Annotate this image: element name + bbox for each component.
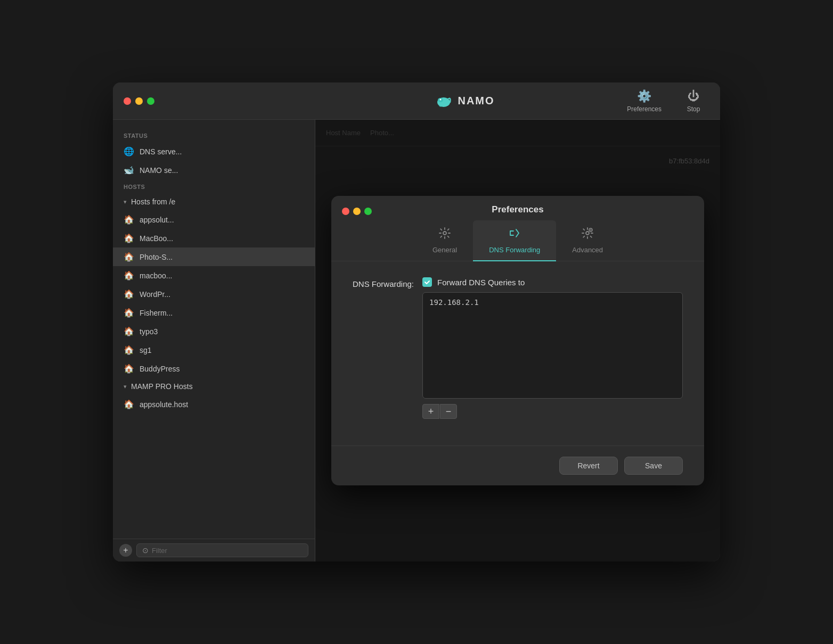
dns-remove-button[interactable]: − bbox=[440, 404, 457, 419]
app-window: NAMO ⚙️ Preferences ⏻ Stop STATUS 🌐 DNS … bbox=[113, 82, 720, 562]
macbook2-icon: 🏠 bbox=[124, 270, 134, 280]
dns-forwarding-label: DNS Forwarding: bbox=[353, 277, 414, 288]
dns-forwarding-checkbox[interactable] bbox=[422, 277, 432, 287]
sidebar-item-namo-service[interactable]: 🐋 NAMO se... bbox=[113, 161, 315, 179]
stop-label: Stop bbox=[687, 105, 700, 113]
tab-advanced[interactable]: Advanced bbox=[556, 220, 619, 261]
tab-general[interactable]: General bbox=[416, 220, 473, 261]
namo-service-icon: 🐋 bbox=[124, 165, 134, 175]
sidebar-item-photo-s[interactable]: 🏠 Photo-S... bbox=[113, 247, 315, 266]
dialog-close-button[interactable] bbox=[342, 208, 349, 215]
checkmark-icon bbox=[424, 279, 430, 285]
advanced-tab-label: Advanced bbox=[572, 246, 603, 254]
filter-icon: ⊙ bbox=[142, 546, 149, 555]
sidebar-add-button[interactable]: + bbox=[119, 544, 132, 557]
buddypress-label: BuddyPress bbox=[140, 365, 179, 373]
preferences-toolbar-item[interactable]: ⚙️ Preferences bbox=[627, 89, 662, 113]
title-bar-right: ⚙️ Preferences ⏻ Stop bbox=[603, 89, 709, 113]
dns-forwarding-row: DNS Forwarding: Forward DNS Queries to bbox=[353, 277, 683, 419]
title-bar: NAMO ⚙️ Preferences ⏻ Stop bbox=[113, 82, 720, 120]
sidebar-item-typo3[interactable]: 🏠 typo3 bbox=[113, 322, 315, 341]
appsolute-label: appsolut... bbox=[140, 216, 174, 224]
sidebar-footer: + ⊙ Filter bbox=[113, 539, 315, 562]
wordpress-icon: 🏠 bbox=[124, 289, 134, 299]
hosts-group2-label: MAMP PRO Hosts bbox=[131, 382, 193, 391]
sidebar-item-buddypress[interactable]: 🏠 BuddyPress bbox=[113, 359, 315, 378]
macbook-label: MacBoo... bbox=[140, 234, 173, 243]
close-button[interactable] bbox=[124, 97, 131, 105]
dns-server-label: DNS serve... bbox=[140, 147, 182, 156]
stop-toolbar-item[interactable]: ⏻ Stop bbox=[677, 89, 709, 113]
general-tab-icon bbox=[438, 227, 451, 243]
title-bar-left bbox=[124, 97, 326, 105]
typo3-icon: 🏠 bbox=[124, 326, 134, 336]
macbook-icon: 🏠 bbox=[124, 233, 134, 243]
dialog-title: Preferences bbox=[342, 204, 693, 220]
hosts-group1-label: Hosts from /e bbox=[131, 197, 175, 206]
app-logo bbox=[434, 92, 453, 111]
sidebar-item-macbook[interactable]: 🏠 MacBoo... bbox=[113, 229, 315, 247]
dialog-body: DNS Forwarding: Forward DNS Queries to bbox=[331, 261, 704, 445]
hosts-section-label: HOSTS bbox=[113, 179, 315, 193]
save-button[interactable]: Save bbox=[624, 457, 683, 475]
sidebar-item-sg1[interactable]: 🏠 sg1 bbox=[113, 341, 315, 359]
fisherman-label: Fisherm... bbox=[140, 309, 173, 317]
dns-forwarding-tab-label: DNS Forwarding bbox=[489, 246, 540, 254]
sidebar-item-wordpress[interactable]: 🏠 WordPr... bbox=[113, 285, 315, 303]
sidebar-item-dns-server[interactable]: 🌐 DNS serve... bbox=[113, 142, 315, 161]
dialog-overlay: Preferences General bbox=[315, 120, 720, 562]
dns-forwarding-tab-icon bbox=[508, 227, 521, 243]
sg1-label: sg1 bbox=[140, 346, 152, 354]
photo-s-label: Photo-S... bbox=[140, 253, 173, 261]
minimize-button[interactable] bbox=[135, 97, 143, 105]
dns-remove-icon: − bbox=[446, 406, 452, 417]
main-content: Host Name Photo... b7:fb53:8d4d bbox=[315, 120, 720, 562]
dns-checkbox-label: Forward DNS Queries to bbox=[437, 278, 525, 287]
dialog-maximize-button[interactable] bbox=[364, 208, 372, 215]
buddypress-icon: 🏠 bbox=[124, 364, 134, 374]
filter-placeholder[interactable]: Filter bbox=[152, 547, 167, 555]
sidebar-item-macbook2[interactable]: 🏠 macboo... bbox=[113, 266, 315, 285]
dialog-tabs: General DNS Forwarding bbox=[331, 220, 704, 261]
dns-textarea[interactable]: 192.168.2.1 bbox=[422, 292, 683, 399]
tab-dns-forwarding[interactable]: DNS Forwarding bbox=[473, 220, 556, 261]
namo-service-label: NAMO se... bbox=[140, 166, 178, 175]
sg1-icon: 🏠 bbox=[124, 345, 134, 355]
dns-add-icon: + bbox=[428, 406, 434, 417]
preferences-label: Preferences bbox=[627, 105, 662, 113]
title-bar-center: NAMO bbox=[326, 92, 603, 111]
traffic-lights bbox=[124, 97, 154, 105]
sidebar: STATUS 🌐 DNS serve... 🐋 NAMO se... HOSTS… bbox=[113, 120, 315, 562]
preferences-dialog: Preferences General bbox=[331, 196, 704, 485]
appsolute-icon: 🏠 bbox=[124, 214, 134, 225]
sidebar-item-appsolute-host[interactable]: 🏠 appsolute.host bbox=[113, 395, 315, 414]
sidebar-content: STATUS 🌐 DNS serve... 🐋 NAMO se... HOSTS… bbox=[113, 120, 315, 539]
stop-icon: ⏻ bbox=[688, 89, 699, 103]
macbook2-label: macboo... bbox=[140, 271, 172, 280]
dns-forwarding-right: Forward DNS Queries to 192.168.2.1 + − bbox=[422, 277, 683, 419]
dns-add-button[interactable]: + bbox=[422, 404, 439, 419]
hosts-group2-header[interactable]: ▾ MAMP PRO Hosts bbox=[113, 378, 315, 395]
wordpress-label: WordPr... bbox=[140, 290, 170, 299]
revert-button[interactable]: Revert bbox=[559, 457, 618, 475]
sidebar-add-icon: + bbox=[123, 546, 128, 555]
typo3-label: typo3 bbox=[140, 327, 158, 336]
checkbox-row: Forward DNS Queries to bbox=[422, 277, 683, 287]
svg-point-2 bbox=[440, 98, 442, 100]
app-body: STATUS 🌐 DNS serve... 🐋 NAMO se... HOSTS… bbox=[113, 120, 720, 562]
dns-controls: + − bbox=[422, 404, 683, 419]
status-section-label: STATUS bbox=[113, 128, 315, 142]
dialog-minimize-button[interactable] bbox=[353, 208, 361, 215]
photo-s-icon: 🏠 bbox=[124, 252, 134, 262]
maximize-button[interactable] bbox=[147, 97, 154, 105]
general-tab-label: General bbox=[432, 246, 457, 254]
appsolute-host-label: appsolute.host bbox=[140, 400, 188, 409]
app-name-label: NAMO bbox=[458, 95, 494, 107]
hosts-group2-chevron: ▾ bbox=[124, 383, 127, 390]
sidebar-item-fisherman[interactable]: 🏠 Fisherm... bbox=[113, 303, 315, 322]
svg-point-3 bbox=[443, 232, 446, 235]
filter-input-wrapper: ⊙ Filter bbox=[136, 543, 308, 557]
dialog-title-bar: Preferences bbox=[331, 196, 704, 220]
sidebar-item-appsolute[interactable]: 🏠 appsolut... bbox=[113, 210, 315, 229]
hosts-group1-header[interactable]: ▾ Hosts from /e bbox=[113, 193, 315, 210]
